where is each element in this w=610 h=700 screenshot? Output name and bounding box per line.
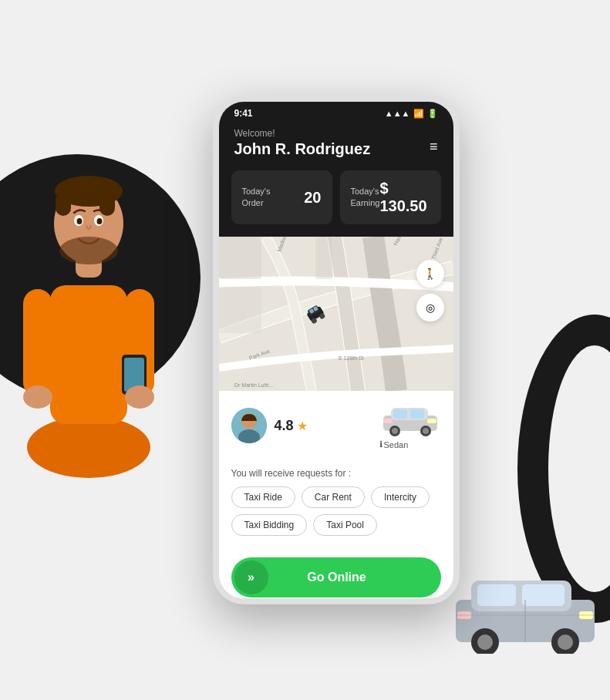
stats-row: Today'sOrder 20 Today'sEarning $ 130.50: [219, 170, 453, 237]
welcome-text: Welcome!: [234, 128, 371, 139]
svg-rect-5: [56, 193, 71, 216]
signal-icon: ▲▲▲: [385, 109, 410, 118]
svg-point-16: [23, 385, 52, 409]
earning-value: $ 130.50: [379, 180, 430, 215]
svg-rect-33: [315, 237, 332, 279]
svg-point-10: [97, 218, 103, 224]
driver-avatar: [231, 408, 267, 443]
go-online-button[interactable]: » Go Online: [231, 557, 441, 597]
tag-car-rent[interactable]: Car Rent: [302, 486, 365, 508]
target-location-button[interactable]: ◎: [416, 294, 444, 321]
svg-rect-52: [393, 409, 407, 419]
phone-device: 9:41 ▲▲▲ 📶 🔋 Welcome! John R. Rodriguez …: [213, 96, 460, 604]
map-area: Harlem River Third Ave Bridge Madison Av…: [219, 237, 453, 391]
svg-rect-59: [383, 419, 393, 423]
status-bar: 9:41 ▲▲▲ 📶 🔋: [219, 102, 453, 123]
svg-point-0: [27, 416, 150, 478]
svg-point-9: [77, 218, 83, 224]
svg-rect-58: [427, 419, 436, 423]
svg-rect-32: [219, 287, 261, 333]
svg-point-25: [558, 634, 573, 650]
status-icons: ▲▲▲ 📶 🔋: [385, 109, 438, 119]
car-illustration: [448, 554, 602, 669]
tag-taxi-ride[interactable]: Taxi Ride: [231, 486, 295, 508]
go-online-icon-box: »: [234, 560, 268, 594]
svg-text:E 128th St: E 128th St: [339, 355, 364, 361]
app-header: Welcome! John R. Rodriguez ≡: [219, 123, 453, 170]
tag-taxi-bidding[interactable]: Taxi Bidding: [231, 514, 308, 536]
tags-row-2: Taxi Bidding Taxi Pool: [231, 514, 441, 536]
svg-rect-1: [50, 285, 127, 424]
person-icon: 🚶: [423, 268, 436, 280]
person-illustration: [8, 93, 170, 478]
vehicle-info: ℹ Sedan: [379, 402, 441, 449]
request-label: You will receive requests for :: [231, 468, 441, 479]
target-icon: ◎: [426, 301, 435, 314]
battery-icon: 🔋: [427, 109, 438, 119]
earning-stat-card: Today'sEarning $ 130.50: [340, 170, 441, 224]
chevrons-icon: »: [248, 570, 254, 584]
tags-row: Taxi Ride Car Rent Intercity: [231, 486, 441, 508]
svg-point-23: [477, 634, 493, 650]
orders-label: Today'sOrder: [242, 186, 271, 210]
orders-stat-card: Today'sOrder 20: [231, 170, 332, 224]
person-location-button[interactable]: 🚶: [416, 260, 444, 288]
orders-value: 20: [304, 189, 321, 207]
driver-rating: 4.8: [275, 418, 294, 433]
earning-label: Today'sEarning: [351, 186, 380, 210]
svg-text:Dr Martin Luth...: Dr Martin Luth...: [234, 382, 273, 388]
svg-point-57: [423, 428, 429, 434]
svg-point-55: [392, 428, 398, 434]
svg-rect-53: [410, 409, 424, 419]
tag-taxi-pool[interactable]: Taxi Pool: [313, 514, 377, 536]
svg-point-17: [125, 385, 154, 409]
go-online-label: Go Online: [271, 570, 436, 584]
svg-rect-6: [99, 193, 115, 216]
vehicle-info-icon: ℹ: [379, 439, 383, 449]
tag-intercity[interactable]: Intercity: [371, 486, 430, 508]
svg-rect-12: [23, 289, 52, 397]
svg-point-11: [59, 237, 118, 264]
star-icon: ★: [297, 419, 308, 432]
status-time: 9:41: [234, 108, 253, 119]
svg-rect-21: [522, 584, 565, 606]
vehicle-label: ℹ Sedan: [379, 439, 441, 449]
user-name: John R. Rodriguez: [234, 140, 371, 158]
wifi-icon: 📶: [413, 109, 424, 119]
driver-card: 4.8 ★ ℹ Sedan: [219, 391, 453, 460]
svg-rect-31: [219, 237, 261, 279]
menu-icon[interactable]: ≡: [430, 139, 438, 155]
request-section: You will receive requests for : Taxi Rid…: [219, 460, 453, 550]
svg-rect-20: [477, 584, 516, 606]
